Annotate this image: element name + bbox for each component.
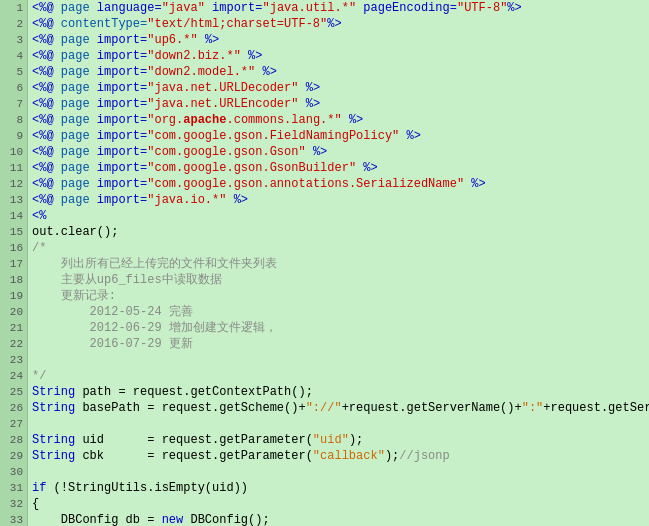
code-content[interactable]: <%@ page language="java" import="java.ut… (28, 0, 649, 526)
ln-26: 26 (0, 400, 27, 416)
code-line: /* (28, 240, 649, 256)
code-line: 2012-05-24 完善 (28, 304, 649, 320)
ln-4: 4 (0, 48, 27, 64)
ln-23: 23 (0, 352, 27, 368)
ln-2: 2 (0, 16, 27, 32)
code-editor: 1 2 3 4 5 6 7 8 9 10 11 12 13 14 15 16 1… (0, 0, 649, 526)
ln-17: 17 (0, 256, 27, 272)
ln-5: 5 (0, 64, 27, 80)
ln-27: 27 (0, 416, 27, 432)
ln-11: 11 (0, 160, 27, 176)
ln-14: 14 (0, 208, 27, 224)
code-line (28, 352, 649, 368)
code-line: <%@ page import="java.net.URLEncoder" %> (28, 96, 649, 112)
code-line: 列出所有已经上传完的文件和文件夹列表 (28, 256, 649, 272)
ln-18: 18 (0, 272, 27, 288)
code-line: DBConfig db = new DBConfig(); (28, 512, 649, 526)
ln-15: 15 (0, 224, 27, 240)
ln-29: 29 (0, 448, 27, 464)
ln-31: 31 (0, 480, 27, 496)
code-line: */ (28, 368, 649, 384)
ln-19: 19 (0, 288, 27, 304)
ln-12: 12 (0, 176, 27, 192)
line-numbers: 1 2 3 4 5 6 7 8 9 10 11 12 13 14 15 16 1… (0, 0, 28, 526)
code-line: 2016-07-29 更新 (28, 336, 649, 352)
code-line: <%@ page import="com.google.gson.FieldNa… (28, 128, 649, 144)
ln-28: 28 (0, 432, 27, 448)
ln-21: 21 (0, 320, 27, 336)
ln-13: 13 (0, 192, 27, 208)
code-line: 2012-06-29 增加创建文件逻辑， (28, 320, 649, 336)
code-line: <%@ page import="java.io.*" %> (28, 192, 649, 208)
ln-8: 8 (0, 112, 27, 128)
code-line: <%@ page import="java.net.URLDecoder" %> (28, 80, 649, 96)
code-line: <%@ page language="java" import="java.ut… (28, 0, 649, 16)
code-line: <%@ page import="com.google.gson.annotat… (28, 176, 649, 192)
code-line (28, 416, 649, 432)
ln-24: 24 (0, 368, 27, 384)
code-line: String path = request.getContextPath(); (28, 384, 649, 400)
code-line: <%@ page import="down2.biz.*" %> (28, 48, 649, 64)
code-line: out.clear(); (28, 224, 649, 240)
ln-16: 16 (0, 240, 27, 256)
ln-6: 6 (0, 80, 27, 96)
ln-10: 10 (0, 144, 27, 160)
code-line: <%@ page import="org.apache.commons.lang… (28, 112, 649, 128)
code-line: String cbk = request.getParameter("callb… (28, 448, 649, 464)
code-line: <%@ contentType="text/html;charset=UTF-8… (28, 16, 649, 32)
ln-30: 30 (0, 464, 27, 480)
ln-9: 9 (0, 128, 27, 144)
ln-22: 22 (0, 336, 27, 352)
code-line: <%@ page import="down2.model.*" %> (28, 64, 649, 80)
code-line: <%@ page import="com.google.gson.GsonBui… (28, 160, 649, 176)
code-line: { (28, 496, 649, 512)
ln-20: 20 (0, 304, 27, 320)
code-line: if (!StringUtils.isEmpty(uid)) (28, 480, 649, 496)
ln-33: 33 (0, 512, 27, 526)
code-line: <%@ page import="up6.*" %> (28, 32, 649, 48)
code-line: <%@ page import="com.google.gson.Gson" %… (28, 144, 649, 160)
code-line: 更新记录: (28, 288, 649, 304)
ln-25: 25 (0, 384, 27, 400)
code-line: String uid = request.getParameter("uid")… (28, 432, 649, 448)
ln-7: 7 (0, 96, 27, 112)
code-line: <% (28, 208, 649, 224)
ln-1: 1 (0, 0, 27, 16)
ln-3: 3 (0, 32, 27, 48)
code-line (28, 464, 649, 480)
ln-32: 32 (0, 496, 27, 512)
code-line: String basePath = request.getScheme()+":… (28, 400, 649, 416)
code-line: 主要从up6_files中读取数据 (28, 272, 649, 288)
